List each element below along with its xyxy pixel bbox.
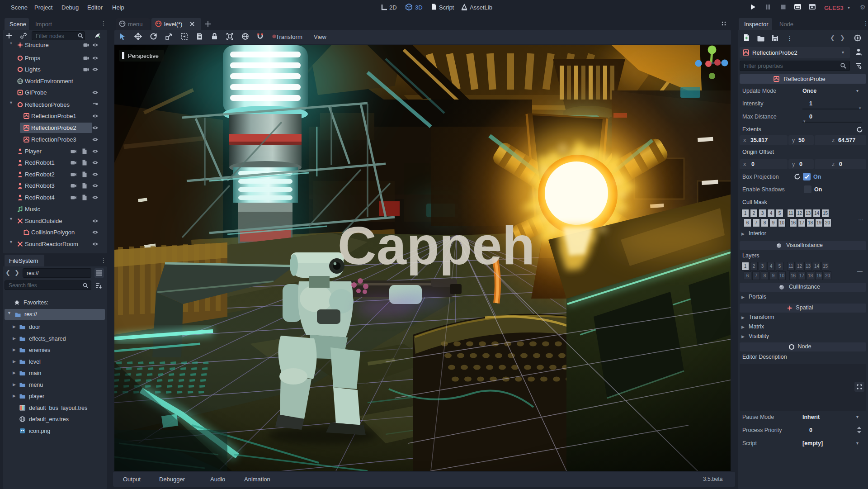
- svg-text:Cappeh: Cappeh: [338, 215, 535, 275]
- svg-text:Perspective: Perspective: [128, 52, 159, 59]
